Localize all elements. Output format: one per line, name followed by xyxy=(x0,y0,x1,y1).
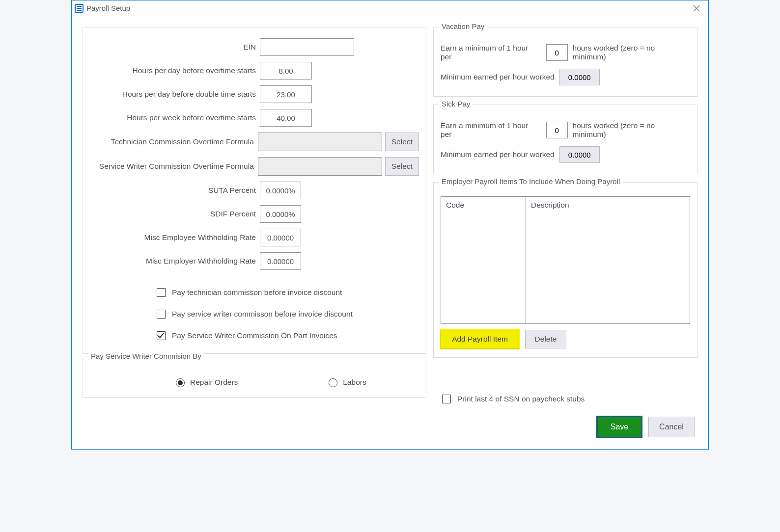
pay-sw-part-commission-label: Pay Service Writer Commission On Part In… xyxy=(172,331,337,340)
pay-sw-commission-label: Pay service writer commisson before invo… xyxy=(172,310,353,319)
pay-sw-commission-checkbox[interactable] xyxy=(157,310,166,319)
pay-sw-part-commission-checkbox[interactable] xyxy=(157,331,166,340)
labors-radio[interactable] xyxy=(329,378,337,387)
labors-radio-item[interactable]: Labors xyxy=(326,377,366,387)
tech-formula-label: Technician Commission Overtime Formula xyxy=(90,137,258,146)
payroll-items-table[interactable]: Code Description xyxy=(441,196,690,324)
hpd-ot-label: Hours per day before overtime starts xyxy=(90,66,260,75)
tech-formula-select-button[interactable]: Select xyxy=(385,133,419,151)
sick-earned-label: Minimum earned per hour worked xyxy=(441,150,555,159)
misc-er-wh-label: Misc Employer Withholding Rate xyxy=(90,257,260,266)
hpd-dt-label: Hours per day before double time starts xyxy=(90,90,260,99)
col-code: Code xyxy=(441,197,526,323)
items-legend: Employer Payroll Items To Include When D… xyxy=(439,177,623,186)
add-payroll-item-button[interactable]: Add Payroll Item xyxy=(441,330,519,348)
repair-orders-radio-item[interactable]: Repair Orders xyxy=(173,377,238,387)
vacation-earned-input[interactable] xyxy=(559,69,600,85)
general-settings-group: EIN Hours per day before overtime starts… xyxy=(83,27,426,354)
cancel-button[interactable]: Cancel xyxy=(648,417,695,437)
col-description: Description xyxy=(526,197,690,323)
sick-min-pre: Earn a minimum of 1 hour per xyxy=(441,121,541,139)
sick-pay-group: Sick Pay Earn a minimum of 1 hour per ho… xyxy=(433,105,697,174)
app-icon xyxy=(75,4,84,13)
sw-formula-label: Service Writer Commission Overtime Formu… xyxy=(90,162,258,171)
vacation-pay-group: Vacation Pay Earn a minimum of 1 hour pe… xyxy=(433,27,697,97)
sick-legend: Sick Pay xyxy=(439,100,473,108)
vacation-legend: Vacation Pay xyxy=(439,22,487,30)
pay-sw-commission-by-group: Pay Service Writer Commision By Repair O… xyxy=(83,357,426,398)
sick-min-hours-input[interactable] xyxy=(546,122,568,138)
pay-tech-commission-label: Pay technician commisson before invoice … xyxy=(172,288,342,297)
sw-formula-input xyxy=(258,157,382,176)
close-icon xyxy=(693,5,700,12)
misc-er-wh-input[interactable] xyxy=(260,252,301,270)
hpd-dt-input[interactable] xyxy=(260,85,312,103)
window-title: Payroll Setup xyxy=(86,4,130,12)
vacation-min-hours-input[interactable] xyxy=(546,44,568,61)
repair-orders-radio[interactable] xyxy=(176,378,185,387)
payroll-setup-window: Payroll Setup EIN Hours per day before o… xyxy=(71,0,709,450)
save-button[interactable]: Save xyxy=(597,417,641,437)
close-button[interactable] xyxy=(689,3,704,13)
vacation-earned-label: Minimum earned per hour worked xyxy=(441,73,555,81)
sdif-label: SDIF Percent xyxy=(90,210,260,218)
right-column: Vacation Pay Earn a minimum of 1 hour pe… xyxy=(433,27,697,405)
pay-by-legend: Pay Service Writer Commision By xyxy=(88,352,204,360)
client-area: EIN Hours per day before overtime starts… xyxy=(72,16,708,449)
misc-emp-wh-input[interactable] xyxy=(260,229,301,246)
misc-emp-wh-label: Misc Employee Withholding Rate xyxy=(90,233,260,242)
hpw-ot-input[interactable] xyxy=(260,109,312,127)
left-column: EIN Hours per day before overtime starts… xyxy=(83,27,426,400)
ein-label: EIN xyxy=(90,43,260,52)
vacation-min-pre: Earn a minimum of 1 hour per xyxy=(441,44,541,61)
print-ssn-row: Print last 4 of SSN on paycheck stubs xyxy=(433,393,697,405)
sw-formula-select-button[interactable]: Select xyxy=(385,157,419,176)
hpd-ot-input[interactable] xyxy=(260,62,312,80)
sdif-input[interactable] xyxy=(260,205,301,223)
labors-label: Labors xyxy=(343,378,366,387)
print-ssn-checkbox[interactable] xyxy=(442,395,451,403)
print-ssn-label: Print last 4 of SSN on paycheck stubs xyxy=(457,395,585,403)
employer-payroll-items-group: Employer Payroll Items To Include When D… xyxy=(433,182,697,358)
ein-input[interactable] xyxy=(260,38,354,56)
suta-label: SUTA Percent xyxy=(90,186,260,195)
sick-min-post: hours worked (zero = no minimum) xyxy=(573,121,690,139)
tech-formula-input xyxy=(258,133,382,151)
repair-orders-label: Repair Orders xyxy=(190,378,238,387)
delete-payroll-item-button[interactable]: Delete xyxy=(525,330,566,348)
footer: Save Cancel xyxy=(83,405,697,438)
title-bar: Payroll Setup xyxy=(72,0,708,16)
hpw-ot-label: Hours per week before overtime starts xyxy=(90,113,260,122)
suta-input[interactable] xyxy=(260,182,301,199)
vacation-min-post: hours worked (zero = no minimum) xyxy=(573,44,690,61)
sick-earned-input[interactable] xyxy=(559,146,600,163)
pay-tech-commission-checkbox[interactable] xyxy=(157,288,166,297)
